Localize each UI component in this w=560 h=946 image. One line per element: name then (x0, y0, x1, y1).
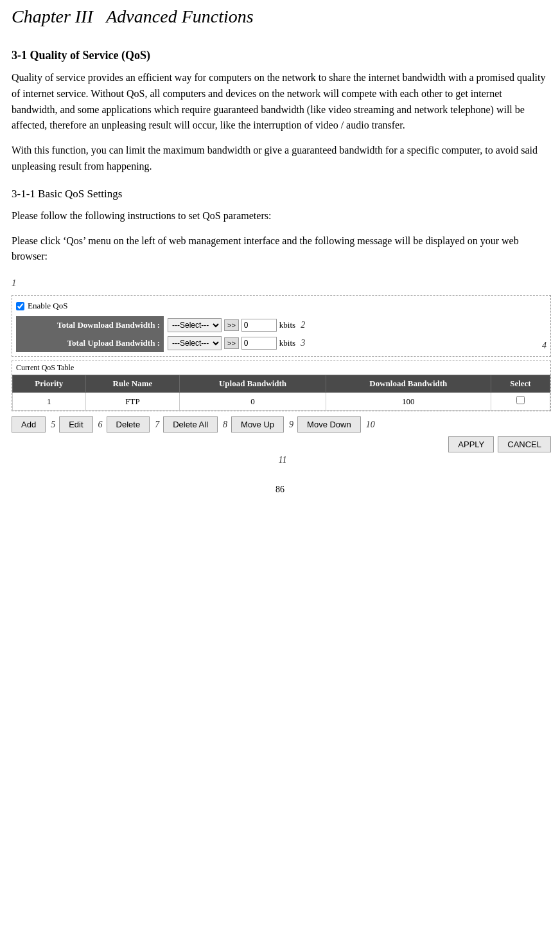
qos-settings-box: Enable QoS Total Download Bandwidth : --… (12, 295, 551, 357)
callout-7: 7 (155, 420, 159, 430)
col-download-bw: Download Bandwidth (326, 375, 491, 393)
upload-value-input[interactable] (241, 337, 277, 350)
download-value-input[interactable] (241, 319, 277, 332)
current-qos-section: Current QoS Table Priority Rule Name Upl… (12, 361, 551, 411)
callout-1: 1 (12, 278, 17, 289)
cell-upload-bw: 0 (180, 393, 326, 411)
callout-5: 5 (51, 420, 55, 430)
col-rule-name: Rule Name (85, 375, 180, 393)
enable-qos-row: Enable QoS (16, 301, 547, 311)
qos-table: Priority Rule Name Upload Bandwidth Down… (12, 375, 550, 411)
upload-controls: ---Select--- >> kbits 3 (164, 334, 542, 352)
paragraph-qos-desc2: With this function, you can limit the ma… (12, 143, 548, 175)
download-row: Total Download Bandwidth : ---Select--- … (16, 316, 542, 334)
upload-row: Total Upload Bandwidth : ---Select--- >>… (16, 334, 542, 352)
callout-9: 9 (289, 420, 293, 430)
callout-11: 11 (279, 455, 287, 465)
upload-label: Total Upload Bandwidth : (16, 334, 164, 352)
paragraph-click-qos: Please click ‘Qos’ menu on the left of w… (12, 233, 548, 265)
row-select-checkbox[interactable] (516, 396, 525, 404)
col-upload-bw: Upload Bandwidth (180, 375, 326, 393)
upload-arrow-btn[interactable]: >> (224, 337, 239, 349)
delete-button[interactable]: Delete (107, 416, 150, 433)
page-number: 86 (12, 485, 548, 495)
cell-priority: 1 (13, 393, 86, 411)
table-row: 1 FTP 0 100 (13, 393, 550, 411)
upload-kbits: kbits (279, 338, 295, 348)
col-priority: Priority (13, 375, 86, 393)
cell-select[interactable] (491, 393, 550, 411)
add-button[interactable]: Add (12, 416, 46, 433)
paragraph-qos-desc1: Quality of service provides an efficient… (12, 70, 548, 134)
bandwidth-table: Total Download Bandwidth : ---Select--- … (16, 316, 542, 352)
cell-rule-name: FTP (85, 393, 180, 411)
callout-8: 8 (223, 420, 227, 430)
current-qos-title: Current QoS Table (12, 361, 550, 375)
apply-button[interactable]: APPLY (448, 436, 494, 452)
download-select[interactable]: ---Select--- (168, 318, 222, 332)
edit-button[interactable]: Edit (59, 416, 92, 433)
delete-all-button[interactable]: Delete All (163, 416, 218, 433)
move-up-button[interactable]: Move Up (231, 416, 284, 433)
download-bandwidth-row: Total Download Bandwidth : ---Select--- … (16, 316, 547, 352)
callout-10: 10 (366, 420, 375, 430)
download-arrow-btn[interactable]: >> (224, 319, 239, 331)
sub-heading-basic-qos: 3-1-1 Basic QoS Settings (12, 188, 548, 201)
download-label: Total Download Bandwidth : (16, 316, 164, 334)
move-down-button[interactable]: Move Down (297, 416, 361, 433)
page-title: Chapter III Advanced Functions (12, 6, 548, 30)
cell-download-bw: 100 (326, 393, 491, 411)
apply-cancel-row: APPLY CANCEL (12, 436, 551, 452)
download-kbits: kbits (279, 320, 295, 330)
callout-4: 4 (542, 341, 547, 351)
download-controls: ---Select--- >> kbits 2 (164, 316, 542, 334)
action-buttons-row: Add 5 Edit 6 Delete 7 Delete All 8 Move … (12, 416, 551, 465)
enable-qos-label: Enable QoS (28, 301, 67, 311)
qos-table-header-row: Priority Rule Name Upload Bandwidth Down… (13, 375, 550, 393)
col-select: Select (491, 375, 550, 393)
callout-3: 3 (301, 338, 305, 348)
upload-select[interactable]: ---Select--- (168, 336, 222, 350)
qos-diagram: 1 Enable QoS Total Download Bandwidth : … (12, 278, 548, 465)
enable-qos-checkbox[interactable] (16, 302, 24, 310)
section-heading-qos: 3-1 Quality of Service (QoS) (12, 49, 548, 62)
cancel-button[interactable]: CANCEL (498, 436, 551, 452)
callout-2: 2 (301, 320, 305, 330)
callout-6: 6 (98, 420, 103, 430)
paragraph-instructions: Please follow the following instructions… (12, 208, 548, 224)
